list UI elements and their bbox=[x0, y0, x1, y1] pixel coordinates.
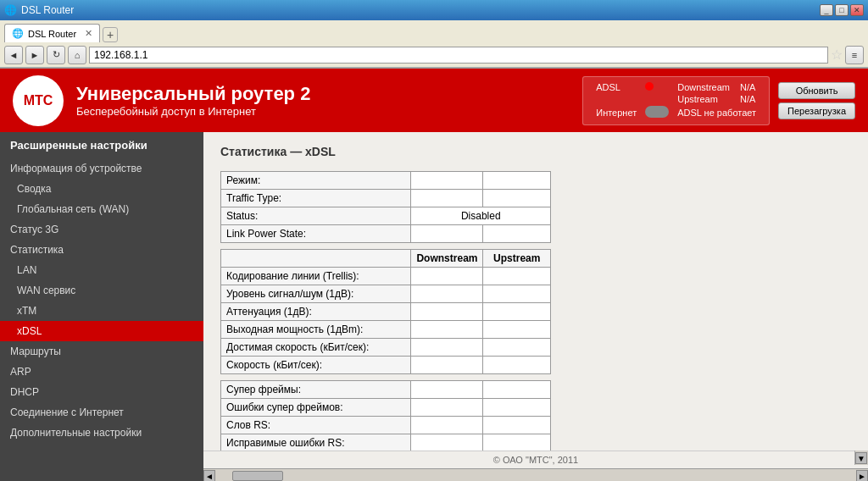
home-button[interactable]: ⌂ bbox=[68, 46, 86, 64]
sidebar-item-xdsl[interactable]: xDSL bbox=[0, 321, 203, 341]
tab-close-icon[interactable]: ✕ bbox=[85, 28, 92, 39]
window-title: DSL Router bbox=[21, 4, 74, 16]
rs-words-downstream bbox=[411, 417, 483, 434]
internet-toggle[interactable] bbox=[645, 106, 669, 118]
forward-button[interactable]: ► bbox=[25, 46, 44, 64]
speed-label: Скорость (кБит/сек): bbox=[221, 357, 411, 374]
sidebar-section-title: Расширенные настройки bbox=[0, 132, 203, 158]
table-row: Скорость (кБит/сек): bbox=[221, 357, 551, 374]
link-power-downstream bbox=[411, 225, 483, 243]
max-speed-downstream bbox=[411, 339, 483, 357]
superframe-errors-label: Ошибки супер фреймов: bbox=[221, 399, 411, 417]
table-row: Достимая скорость (кБит/сек): bbox=[221, 339, 551, 357]
browser-icon: 🌐 bbox=[4, 4, 17, 16]
adsl-table: ADSL Downstream N/A Upstream N/A Интерне… bbox=[592, 81, 760, 120]
maximize-button[interactable]: □ bbox=[835, 4, 849, 16]
sidebar: Расширенные настройки Информация об устр… bbox=[0, 132, 203, 481]
attenuation-downstream bbox=[411, 303, 483, 321]
reboot-button[interactable]: Перезагрузка bbox=[778, 102, 855, 119]
trellis-label: Кодирование линии (Trellis): bbox=[221, 268, 411, 285]
minimize-button[interactable]: _ bbox=[820, 4, 833, 16]
nav-bar: ◄ ► ↻ ⌂ ☆ ≡ bbox=[0, 42, 868, 68]
sidebar-item-wan-service[interactable]: WAN сервис bbox=[0, 280, 203, 301]
rs-words-label: Слов RS: bbox=[221, 417, 411, 434]
traffic-type-label: Traffic Type: bbox=[221, 190, 411, 207]
scroll-left-button[interactable]: ◄ bbox=[203, 470, 215, 482]
window-controls: _ □ ✕ bbox=[820, 4, 864, 16]
trellis-upstream bbox=[483, 268, 551, 285]
page-header: МТС Универсальный роутер 2 Бесперебойный… bbox=[0, 69, 868, 132]
sidebar-item-internet-conn[interactable]: Соединение с Интернет bbox=[0, 402, 203, 423]
sidebar-item-statistics[interactable]: Статистика bbox=[0, 240, 203, 260]
table-row: Ошибки супер фреймов: bbox=[221, 399, 551, 417]
sidebar-item-xtm[interactable]: xTM bbox=[0, 301, 203, 321]
footer-text: © ОАО "МТС", 2011 bbox=[493, 455, 578, 465]
action-buttons: Обновить Перезагрузка bbox=[778, 82, 855, 119]
rs-correctable-label: Исправимые ошибки RS: bbox=[221, 434, 411, 451]
superframe-errors-upstream bbox=[483, 399, 551, 417]
mts-logo: МТС bbox=[13, 75, 64, 126]
table-row: Уровень сигнал/шум (1дB): bbox=[221, 285, 551, 303]
table-row: Режим: bbox=[221, 172, 551, 190]
horizontal-scrollbar[interactable]: ◄ ► bbox=[203, 468, 868, 481]
scroll-down-button[interactable]: ▼ bbox=[855, 452, 867, 464]
back-button[interactable]: ◄ bbox=[4, 46, 23, 64]
brand-name: Универсальный роутер 2 bbox=[76, 83, 310, 105]
adsl-label: ADSL bbox=[592, 81, 641, 93]
link-power-upstream bbox=[483, 225, 551, 243]
table-row: Слов RS: bbox=[221, 417, 551, 434]
content-wrapper: ▲ ▼ Статистика — xDSL Режим: Traffic Typ… bbox=[203, 132, 868, 481]
refresh-button[interactable]: ↻ bbox=[47, 46, 65, 64]
content-area: Статистика — xDSL Режим: Traffic Type: bbox=[203, 132, 868, 451]
adsl-dot bbox=[645, 82, 654, 91]
sidebar-item-routes[interactable]: Маршруты bbox=[0, 341, 203, 362]
sidebar-item-lan[interactable]: LAN bbox=[0, 260, 203, 280]
attenuation-label: Аттенуация (1дB): bbox=[221, 303, 411, 321]
table-row: Status: Disabled bbox=[221, 207, 551, 225]
scroll-thumb[interactable] bbox=[232, 471, 283, 481]
upstream-label: Upstream bbox=[673, 93, 736, 105]
downstream-val: N/A bbox=[736, 81, 760, 93]
snr-downstream bbox=[411, 285, 483, 303]
status-value: Disabled bbox=[411, 207, 551, 225]
sidebar-item-dhcp[interactable]: DHCP bbox=[0, 382, 203, 402]
mode-upstream bbox=[483, 172, 551, 190]
output-power-upstream bbox=[483, 321, 551, 339]
downstream-header: Downstream bbox=[411, 250, 483, 268]
mode-downstream bbox=[411, 172, 483, 190]
upstream-header: Upstream bbox=[483, 250, 551, 268]
refresh-page-button[interactable]: Обновить bbox=[778, 82, 855, 99]
output-power-label: Выходная мощность (1дBm): bbox=[221, 321, 411, 339]
rs-words-upstream bbox=[483, 417, 551, 434]
sidebar-item-wan[interactable]: Глобальная сеть (WAN) bbox=[0, 199, 203, 219]
header-brand: Универсальный роутер 2 Бесперебойный дос… bbox=[76, 83, 310, 118]
browser-tab[interactable]: 🌐 DSL Router ✕ bbox=[4, 24, 100, 42]
tab-icon: 🌐 bbox=[12, 28, 24, 39]
bookmark-button[interactable]: ☆ bbox=[831, 47, 843, 63]
sidebar-item-status-3g[interactable]: Статус 3G bbox=[0, 219, 203, 240]
table-row: Супер фреймы: bbox=[221, 381, 551, 399]
sidebar-item-arp[interactable]: ARP bbox=[0, 362, 203, 382]
table-spacer bbox=[221, 374, 551, 381]
table-spacer bbox=[221, 243, 551, 250]
trellis-downstream bbox=[411, 268, 483, 285]
link-power-label: Link Power State: bbox=[221, 225, 411, 243]
new-tab-button[interactable]: + bbox=[103, 27, 118, 42]
internet-label: Интернет bbox=[592, 105, 641, 120]
sidebar-item-advanced[interactable]: Дополнительные настройки bbox=[0, 423, 203, 443]
snr-upstream bbox=[483, 285, 551, 303]
table-header-row: Downstream Upstream bbox=[221, 250, 551, 268]
browser-chrome: 🌐 DSL Router _ □ ✕ 🌐 DSL Router ✕ + ◄ ► … bbox=[0, 0, 868, 69]
stats-basic-table: Режим: Traffic Type: Status: Disabled bbox=[220, 171, 551, 451]
sidebar-item-summary[interactable]: Сводка bbox=[0, 179, 203, 199]
superframes-upstream bbox=[483, 381, 551, 399]
scroll-right-button[interactable]: ► bbox=[856, 470, 868, 482]
brand-sub: Бесперебойный доступ в Интернет bbox=[76, 105, 310, 118]
sidebar-item-device-info[interactable]: Информация об устройстве bbox=[0, 158, 203, 179]
table-row: Аттенуация (1дB): bbox=[221, 303, 551, 321]
header-right: ADSL Downstream N/A Upstream N/A Интерне… bbox=[582, 76, 855, 125]
upstream-val: N/A bbox=[736, 93, 760, 105]
close-button[interactable]: ✕ bbox=[850, 4, 864, 16]
address-bar[interactable] bbox=[89, 47, 828, 64]
tools-button[interactable]: ≡ bbox=[845, 46, 864, 64]
